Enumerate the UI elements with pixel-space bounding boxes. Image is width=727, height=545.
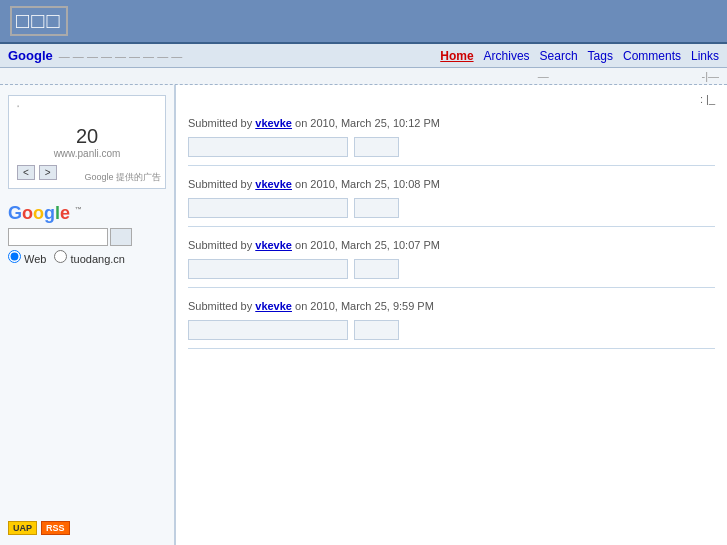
- ad-next-button[interactable]: >: [39, 165, 57, 180]
- site-title: □□□: [10, 6, 68, 36]
- nav-home[interactable]: Home: [440, 49, 473, 63]
- sidebar-footer: UAP RSS: [8, 511, 166, 535]
- author-link-2[interactable]: vkevke: [255, 178, 292, 190]
- comment-input-row-4: [188, 320, 715, 340]
- nav-archives[interactable]: Archives: [484, 49, 530, 63]
- comment-input-row-3: [188, 259, 715, 279]
- comment-text-input-4[interactable]: [188, 320, 348, 340]
- comment-text-input-3[interactable]: [188, 259, 348, 279]
- submitted-line-1: Submitted by vkevke on 2010, March 25, 1…: [188, 117, 715, 129]
- comment-input-row-1: [188, 137, 715, 157]
- comment-small-input-2[interactable]: [354, 198, 399, 218]
- sub-nav-text: — -|—: [538, 70, 719, 82]
- top-info-text: : |_: [700, 93, 715, 105]
- submitted-suffix-3: on 2010, March 25, 10:07 PM: [292, 239, 440, 251]
- g-blue: G: [8, 203, 22, 223]
- comment-text-input-1[interactable]: [188, 137, 348, 157]
- search-radio-row: Web tuodang.cn: [8, 250, 166, 265]
- main-layout: ‘ 20 www.panli.com < > Google 提供的广告 Goog…: [0, 85, 727, 545]
- content-area: : |_ Submitted by vkevke on 2010, March …: [175, 85, 727, 545]
- comment-entry-1: Submitted by vkevke on 2010, March 25, 1…: [188, 109, 715, 166]
- g-yellow: o: [33, 203, 44, 223]
- search-row: [8, 228, 166, 246]
- nav-bar: Google — — — — — — — — — Home Archives S…: [0, 44, 727, 68]
- submitted-prefix-2: Submitted by: [188, 178, 255, 190]
- author-link-4[interactable]: vkevke: [255, 300, 292, 312]
- ad-nav: < > Google 提供的广告: [17, 165, 157, 180]
- nav-tags[interactable]: Tags: [588, 49, 613, 63]
- nav-links-item[interactable]: Links: [691, 49, 719, 63]
- radio-web[interactable]: [8, 250, 21, 263]
- g-blue2: g: [44, 203, 55, 223]
- comments-list: Submitted by vkevke on 2010, March 25, 1…: [188, 109, 715, 349]
- search-input[interactable]: [8, 228, 108, 246]
- g-red: o: [22, 203, 33, 223]
- comment-small-input-1[interactable]: [354, 137, 399, 157]
- nav-search[interactable]: Search: [540, 49, 578, 63]
- comment-input-row-2: [188, 198, 715, 218]
- top-header: □□□: [0, 0, 727, 44]
- comment-small-input-4[interactable]: [354, 320, 399, 340]
- radio-web-label[interactable]: Web: [8, 250, 46, 265]
- sidebar-spacer: [8, 275, 166, 501]
- radio-cn-label[interactable]: tuodang.cn: [54, 250, 125, 265]
- author-link-1[interactable]: vkevke: [255, 117, 292, 129]
- submitted-suffix-1: on 2010, March 25, 10:12 PM: [292, 117, 440, 129]
- comment-text-input-2[interactable]: [188, 198, 348, 218]
- ad-url: www.panli.com: [17, 148, 157, 159]
- sub-nav: — -|—: [0, 68, 727, 85]
- submitted-prefix-3: Submitted by: [188, 239, 255, 251]
- content-top-info: : |_: [188, 93, 715, 105]
- nav-dashes: — — — — — — — — —: [59, 50, 182, 62]
- google-search-box: Google ™ Web tuodang.cn: [8, 203, 166, 265]
- comment-entry-2: Submitted by vkevke on 2010, March 25, 1…: [188, 170, 715, 227]
- comment-small-input-3[interactable]: [354, 259, 399, 279]
- g-red2: e: [60, 203, 70, 223]
- radio-cn-text: tuodang.cn: [71, 253, 125, 265]
- uap-badge: UAP: [8, 521, 37, 535]
- search-button[interactable]: [110, 228, 132, 246]
- submitted-suffix-2: on 2010, March 25, 10:08 PM: [292, 178, 440, 190]
- rss-badge: RSS: [41, 521, 70, 535]
- nav-links: Home Archives Search Tags Comments Links: [440, 49, 719, 63]
- google-logo-sidebar: Google ™: [8, 203, 166, 224]
- submitted-line-4: Submitted by vkevke on 2010, March 25, 9…: [188, 300, 715, 312]
- radio-cn[interactable]: [54, 250, 67, 263]
- google-logo-nav: Google: [8, 48, 53, 63]
- submitted-suffix-4: on 2010, March 25, 9:59 PM: [292, 300, 434, 312]
- ad-provider-label: Google 提供的广告: [84, 171, 161, 184]
- comment-entry-4: Submitted by vkevke on 2010, March 25, 9…: [188, 292, 715, 349]
- submitted-prefix-4: Submitted by: [188, 300, 255, 312]
- radio-web-text: Web: [24, 253, 46, 265]
- ad-number: 20: [17, 125, 157, 148]
- ad-box: ‘ 20 www.panli.com < > Google 提供的广告: [8, 95, 166, 189]
- nav-left: Google — — — — — — — — —: [8, 48, 182, 63]
- submitted-line-2: Submitted by vkevke on 2010, March 25, 1…: [188, 178, 715, 190]
- submitted-line-3: Submitted by vkevke on 2010, March 25, 1…: [188, 239, 715, 251]
- submitted-prefix-1: Submitted by: [188, 117, 255, 129]
- comment-entry-3: Submitted by vkevke on 2010, March 25, 1…: [188, 231, 715, 288]
- nav-comments[interactable]: Comments: [623, 49, 681, 63]
- sidebar: ‘ 20 www.panli.com < > Google 提供的广告 Goog…: [0, 85, 175, 545]
- ad-prev-button[interactable]: <: [17, 165, 35, 180]
- author-link-3[interactable]: vkevke: [255, 239, 292, 251]
